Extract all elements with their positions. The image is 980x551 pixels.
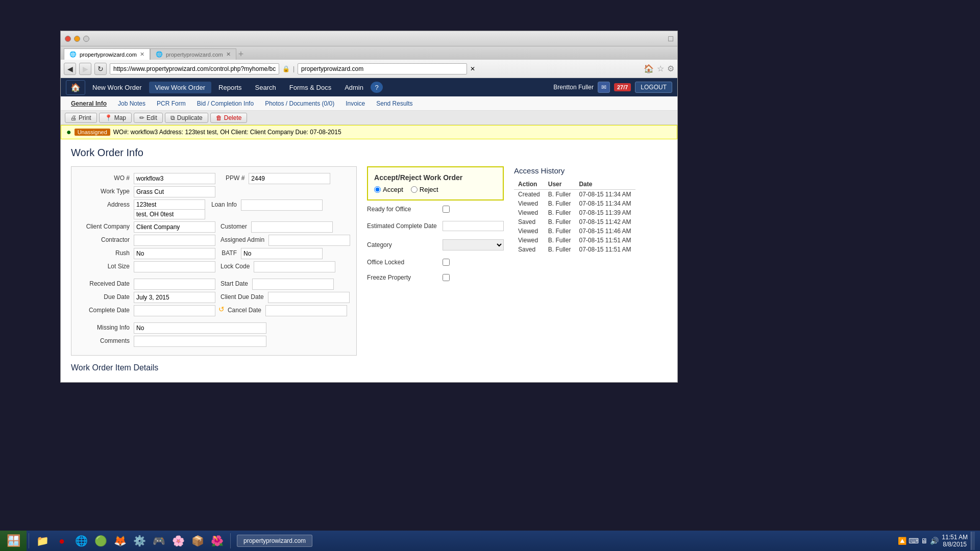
sub-navigation: General Info Job Notes PCR Form Bid / Co… [61, 96, 677, 111]
client-company-input[interactable] [134, 221, 215, 233]
nav-view-work-order[interactable]: View Work Order [149, 82, 212, 93]
search-close[interactable]: ✕ [470, 65, 475, 72]
wo-input[interactable] [134, 173, 215, 184]
history-action: Saved [514, 245, 544, 254]
ppw-input[interactable] [249, 173, 330, 184]
missing-info-input[interactable] [134, 322, 266, 334]
customer-input[interactable] [251, 221, 333, 233]
tab1-close[interactable]: ✕ [140, 51, 144, 58]
page-title: Work Order Info [71, 147, 667, 159]
batf-input[interactable] [241, 248, 323, 259]
nav-help[interactable]: ? [371, 82, 383, 93]
category-select[interactable] [443, 239, 504, 251]
office-locked-row: Office Locked [367, 259, 504, 266]
received-date-input[interactable] [134, 279, 215, 290]
refresh-btn[interactable]: ↻ [94, 63, 107, 75]
freeze-property-checkbox[interactable] [443, 274, 450, 281]
minimize-btn[interactable] [74, 36, 80, 42]
loan-info-input[interactable] [241, 199, 323, 211]
taskbar-app-sunflower[interactable]: 🌺 [208, 532, 226, 550]
lot-size-input[interactable] [134, 261, 215, 272]
taskbar-app-ie[interactable]: 🌐 [72, 532, 90, 550]
delete-button[interactable]: 🗑 Delete [210, 113, 248, 123]
nav-search[interactable]: Search [249, 82, 282, 93]
browser-tab-2[interactable]: 🌐 propertyprowizard.com ✕ [150, 48, 236, 60]
forward-btn[interactable]: ▶ [79, 63, 91, 75]
mail-icon[interactable]: ✉ [598, 82, 610, 93]
nav-forms-docs[interactable]: Forms & Docs [283, 82, 337, 93]
missing-info-label: Missing Info [78, 322, 134, 331]
window-maximize[interactable]: □ [668, 34, 673, 43]
subnav-bid-completion[interactable]: Bid / Completion Info [192, 98, 259, 109]
batf-label: BATF [215, 248, 241, 257]
lock-code-input[interactable] [254, 261, 335, 272]
settings-icon[interactable]: ⚙ [667, 64, 674, 73]
restore-btn[interactable] [83, 36, 89, 42]
subnav-general-info[interactable]: General Info [66, 98, 112, 109]
comments-input[interactable] [134, 336, 266, 347]
reject-radio-input[interactable] [411, 186, 418, 193]
accept-radio-input[interactable] [374, 186, 381, 193]
edit-button[interactable]: ✏ Edit [134, 113, 163, 123]
subnav-pcr-form[interactable]: PCR Form [152, 98, 191, 109]
office-locked-checkbox[interactable] [443, 259, 450, 266]
ready-for-office-checkbox[interactable] [443, 206, 450, 213]
contractor-input[interactable] [134, 235, 215, 246]
taskbar-app-flower[interactable]: 🌸 [169, 532, 187, 550]
volume-icon: 🔊 [930, 537, 939, 545]
notification-badge[interactable]: 27/7 [614, 83, 631, 91]
taskbar-app-firefox[interactable]: 🦊 [111, 532, 129, 550]
taskbar-app-opera[interactable]: ● [53, 532, 71, 550]
reject-radio[interactable]: Reject [411, 186, 438, 193]
new-tab-btn[interactable]: + [238, 49, 244, 60]
map-button[interactable]: 📍 Map [99, 113, 132, 123]
subnav-photos-docs[interactable]: Photos / Documents (0/0) [260, 98, 339, 109]
col-qty: Qty [136, 377, 164, 377]
col-user: User [544, 179, 575, 190]
search-divider: | [293, 65, 295, 72]
bookmark-star[interactable]: ☆ [657, 64, 664, 73]
history-row: Viewed B. Fuller 07-08-15 11:34 AM [514, 199, 635, 208]
taskbar-app-chrome[interactable]: 🟢 [91, 532, 110, 550]
nav-reports[interactable]: Reports [212, 82, 248, 93]
nav-new-work-order[interactable]: New Work Order [86, 82, 148, 93]
close-btn[interactable] [65, 36, 71, 42]
assigned-admin-input[interactable] [268, 235, 350, 246]
taskbar-divider-1 [29, 533, 29, 548]
tab2-close[interactable]: ✕ [226, 51, 231, 58]
taskbar-apps: 📁 ● 🌐 🟢 🦊 ⚙️ 🎮 🌸 📦 🌺 [31, 532, 228, 550]
work-type-input[interactable] [134, 186, 215, 197]
home-browser-btn[interactable]: 🏠 [644, 64, 654, 73]
subnav-job-notes[interactable]: Job Notes [113, 98, 151, 109]
rush-input[interactable] [134, 248, 215, 259]
nav-home-btn[interactable]: 🏠 [66, 80, 85, 95]
subnav-invoice[interactable]: Invoice [340, 98, 370, 109]
browser-tab-1[interactable]: 🌐 propertyprowizard.com ✕ [64, 48, 150, 60]
taskbar-app-game[interactable]: 🎮 [150, 532, 168, 550]
due-date-input[interactable] [134, 292, 215, 303]
show-desktop-btn[interactable] [971, 532, 975, 550]
duplicate-button[interactable]: ⧉ Duplicate [165, 113, 208, 123]
taskbar-app-box[interactable]: 📦 [188, 532, 207, 550]
complete-date-input[interactable] [134, 305, 215, 316]
address-bar[interactable] [110, 63, 279, 74]
start-date-input[interactable] [252, 279, 334, 290]
client-due-date-input[interactable] [268, 292, 350, 303]
print-button[interactable]: 🖨 Print [65, 113, 97, 123]
main-content: Work Order Info WO # PPW # Work Type [61, 139, 677, 377]
taskbar-app-folder[interactable]: 📁 [33, 532, 52, 550]
history-action: Viewed [514, 199, 544, 208]
logout-button[interactable]: LOGOUT [635, 82, 672, 93]
start-button[interactable]: 🪟 [0, 531, 27, 551]
received-date-label: Received Date [78, 279, 134, 287]
cancel-date-input[interactable] [265, 305, 347, 316]
search-bar[interactable] [298, 63, 467, 74]
taskbar-app-settings[interactable]: ⚙️ [130, 532, 149, 550]
history-date: 07-08-15 11:34 AM [575, 190, 635, 199]
nav-admin[interactable]: Admin [338, 82, 370, 93]
active-window-btn[interactable]: propertyprowizard.com [237, 535, 312, 547]
back-btn[interactable]: ◀ [64, 63, 76, 75]
accept-radio[interactable]: Accept [374, 186, 403, 193]
estimated-complete-input[interactable] [443, 221, 504, 231]
subnav-send-results[interactable]: Send Results [371, 98, 418, 109]
